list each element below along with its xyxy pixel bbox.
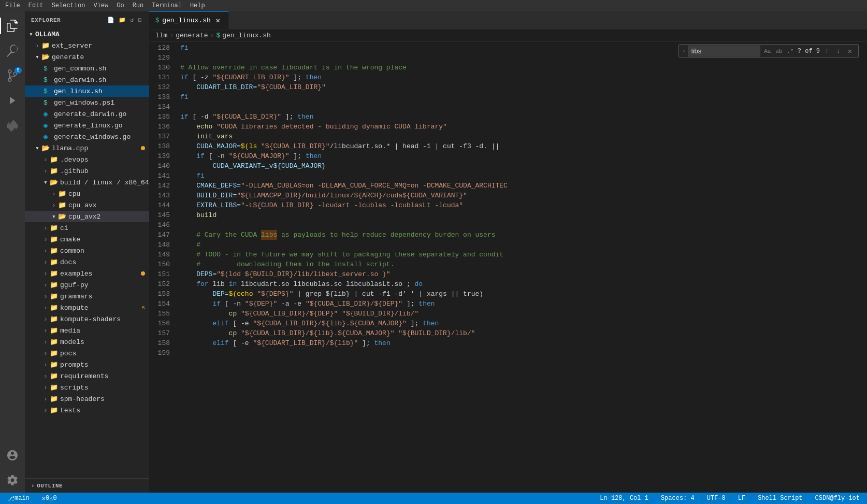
menu-run[interactable]: Run — [133, 2, 144, 9]
tree-item-tests[interactable]: › 📁 tests — [25, 405, 149, 416]
menu-edit[interactable]: Edit — [28, 2, 44, 9]
search-regex-btn[interactable]: .* — [785, 46, 796, 56]
new-folder-icon[interactable]: 📁 — [118, 16, 127, 24]
warning-count: 0 — [53, 495, 56, 502]
tree-item-generate[interactable]: ▾ 📂 generate — [25, 51, 149, 63]
tree-item-ci[interactable]: › 📁 ci — [25, 222, 149, 234]
tree-item-kompute-shaders[interactable]: › 📁 kompute-shaders — [25, 313, 149, 325]
tree-item-gen-darwin-go[interactable]: ◉ generate_darwin.go — [25, 108, 149, 120]
status-errors[interactable]: ✕ 0 ⚠ 0 — [39, 493, 60, 504]
tree-label-prompts: prompts — [60, 361, 89, 369]
tree-item-pocs[interactable]: › 📁 pocs — [25, 348, 149, 359]
search-word-btn[interactable]: ab — [774, 46, 784, 56]
tab-close-button[interactable]: ✕ — [214, 17, 222, 25]
tree-label-gguf-py: gguf-py — [60, 281, 89, 289]
menu-go[interactable]: Go — [117, 2, 124, 9]
activity-settings[interactable] — [0, 468, 25, 493]
search-next-btn[interactable]: ↓ — [833, 46, 844, 56]
tree-item-media[interactable]: › 📁 media — [25, 325, 149, 336]
tree-item-cpu-avx[interactable]: › 📁 cpu_avx — [25, 199, 149, 211]
activity-extensions[interactable] — [0, 113, 25, 138]
breadcrumb-filename[interactable]: gen_linux.sh — [222, 32, 271, 39]
collapse-all-icon[interactable]: ⊟ — [137, 16, 143, 24]
tree-item-gen-windows[interactable]: $ gen_windows.ps1 — [25, 97, 149, 108]
search-input[interactable] — [688, 46, 760, 56]
tree-item-gen-common[interactable]: $ gen_common.sh — [25, 63, 149, 74]
status-spaces[interactable]: Spaces: 4 — [658, 493, 698, 504]
code-area[interactable]: fi # Allow override in case libcudart is… — [176, 42, 867, 493]
code-line-139: if [ -n "${CUDA_MAJOR}" ]; then — [180, 151, 867, 161]
tree-item-build-linux[interactable]: ▾ 📂 build / linux / x86_64 — [25, 177, 149, 188]
line-number-158: 158 — [149, 338, 170, 348]
line-number-128: 128 — [149, 43, 170, 53]
tree-item-prompts[interactable]: › 📁 prompts — [25, 359, 149, 370]
code-line-133: fi — [180, 92, 867, 102]
breadcrumb-generate[interactable]: generate — [176, 32, 208, 39]
activity-search[interactable] — [0, 38, 25, 63]
tree-item-llama-cpp[interactable]: ▾ 📂 llama.cpp — [25, 142, 149, 154]
tree-item-models[interactable]: › 📁 models — [25, 336, 149, 348]
tree-item-gen-linux-go[interactable]: ◉ generate_linux.go — [25, 120, 149, 131]
refresh-icon[interactable]: ↺ — [129, 16, 135, 24]
tree-label-media: media — [60, 327, 80, 335]
status-git-branch[interactable]: ⎇ main — [4, 493, 33, 504]
menu-file[interactable]: File — [5, 2, 20, 9]
tree-item-cpu[interactable]: › 📁 cpu — [25, 188, 149, 199]
tree-item-devops[interactable]: › 📁 .devops — [25, 154, 149, 165]
tree-item-scripts[interactable]: › 📁 scripts — [25, 382, 149, 393]
search-expand-icon[interactable]: › — [682, 48, 686, 54]
tree-item-spm-headers[interactable]: › 📁 spm-headers — [25, 393, 149, 405]
line-number-147: 147 — [149, 230, 170, 240]
search-bar: › Aa ab .* ? of 9 ↑ ↓ ✕ — [678, 44, 859, 58]
outline-label: OUTLINE — [37, 483, 63, 489]
tree-item-ext-server[interactable]: › 📁 ext_server — [25, 40, 149, 51]
line-number-139: 139 — [149, 151, 170, 161]
tree-root-ollama[interactable]: ▾ OLLAMA — [25, 28, 149, 40]
line-number-150: 150 — [149, 260, 170, 269]
breadcrumb-llm[interactable]: llm — [155, 32, 167, 39]
status-position[interactable]: Ln 128, Col 1 — [597, 493, 652, 504]
folder-icon-spm-headers: 📁 — [50, 395, 58, 403]
tree-item-docs[interactable]: › 📁 docs — [25, 256, 149, 268]
tree-item-cpu-avx2[interactable]: ▾ 📂 cpu_avx2 — [25, 211, 149, 222]
status-language[interactable]: Shell Script — [755, 493, 805, 504]
folder-icon-github: 📁 — [50, 167, 58, 175]
tree-item-examples[interactable]: › 📁 examples — [25, 268, 149, 279]
new-file-icon[interactable]: 📄 — [106, 16, 116, 24]
status-encoding[interactable]: UTF-8 — [704, 493, 729, 504]
tree-item-requirements[interactable]: › 📁 requirements — [25, 370, 149, 382]
outline-section[interactable]: › OUTLINE — [25, 478, 149, 493]
line-number-157: 157 — [149, 328, 170, 338]
tree-label-gen-darwin-go: generate_darwin.go — [54, 110, 126, 118]
menu-terminal[interactable]: Terminal — [152, 2, 182, 9]
search-prev-btn[interactable]: ↑ — [822, 46, 832, 56]
activity-account[interactable] — [0, 443, 25, 468]
tree-item-github[interactable]: › 📁 .github — [25, 165, 149, 177]
tree-item-gen-windows-go[interactable]: ◉ generate_windows.go — [25, 131, 149, 142]
status-eol[interactable]: LF — [735, 493, 748, 504]
editor-container: › Aa ab .* ? of 9 ↑ ↓ ✕ 1281291301311321… — [149, 42, 867, 493]
activity-explorer[interactable] — [0, 13, 25, 38]
tree-item-grammars[interactable]: › 📁 grammars — [25, 291, 149, 302]
menu-selection[interactable]: Selection — [52, 2, 85, 9]
tree-item-gen-darwin[interactable]: $ gen_darwin.sh — [25, 74, 149, 85]
menu-view[interactable]: View — [93, 2, 108, 9]
tree-arrow-grammars: › — [41, 293, 50, 300]
search-close-btn[interactable]: ✕ — [845, 46, 855, 56]
search-case-btn[interactable]: Aa — [762, 46, 773, 56]
code-line-156: elif [ -e "${CUDA_LIB_DIR}/${lib}.${CUDA… — [180, 319, 867, 328]
sidebar: EXPLORER 📄 📁 ↺ ⊟ ▾ OLLAMA › 📁 ext_server — [25, 11, 149, 493]
tree-item-kompute[interactable]: › 📁 kompute s — [25, 302, 149, 313]
tree-label-kompute: kompute — [60, 304, 89, 312]
menu-help[interactable]: Help — [190, 2, 205, 9]
tree-item-common[interactable]: › 📁 common — [25, 245, 149, 256]
activity-run[interactable] — [0, 88, 25, 113]
tree-item-gguf-py[interactable]: › 📁 gguf-py — [25, 279, 149, 291]
folder-icon-kompute-shaders: 📁 — [50, 315, 58, 323]
tab-gen-linux[interactable]: $ gen_linux.sh ✕ — [149, 11, 229, 29]
folder-icon-grammars: 📁 — [50, 292, 58, 300]
tree-item-cmake[interactable]: › 📁 cmake — [25, 234, 149, 245]
tree-item-gen-linux[interactable]: $ gen_linux.sh — [25, 85, 149, 97]
activity-source-control[interactable]: 5 — [0, 63, 25, 88]
folder-icon-devops: 📁 — [50, 155, 58, 164]
